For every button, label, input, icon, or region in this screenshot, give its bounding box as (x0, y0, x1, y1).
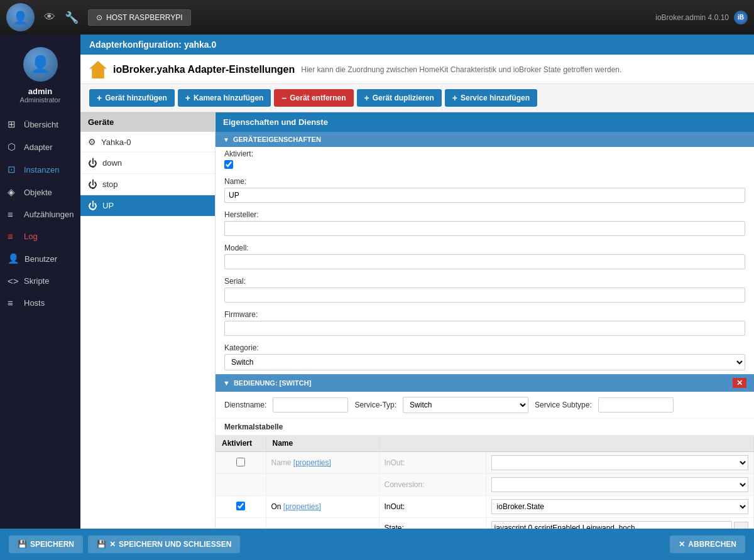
add-device-button[interactable]: + Gerät hinzufügen (89, 89, 175, 107)
settings-icon[interactable]: 🔧 (65, 11, 79, 24)
row2-state-label: State: (379, 518, 486, 529)
devices-panel-title: Geräte (80, 112, 215, 132)
sidebar-item-aufzaehlungen[interactable]: ≡ Aufzählungen (0, 203, 80, 225)
save-button[interactable]: 💾 SPEICHERN (9, 536, 83, 553)
serial-input[interactable] (224, 288, 745, 303)
name-input[interactable] (224, 188, 745, 203)
cancel-button[interactable]: ✕ ABBRECHEN (670, 536, 745, 553)
eye-icon[interactable]: 👁 (44, 11, 55, 24)
col-name: Name (266, 435, 379, 452)
row2-inout-select[interactable]: ioBroker.State (491, 499, 748, 514)
plug-icon: ⬡ (8, 141, 19, 153)
kategorie-field: Kategorie: Switch Lightbulb Fan (216, 340, 754, 374)
sidebar-item-uebersicht[interactable]: ⊞ Übersicht (0, 113, 80, 136)
row1-inout-select[interactable] (491, 455, 748, 470)
script-icon: <> (8, 276, 19, 286)
col-empty (379, 435, 754, 452)
row2-checkbox[interactable] (236, 502, 245, 510)
row2-name-cell: On [properties] (266, 496, 379, 518)
sidebar-item-label: Adapter (24, 143, 53, 152)
devices-panel: Geräte ⚙ Yahka-0 ⏻ down ⏻ stop ⏻ UP (80, 112, 216, 529)
hersteller-input[interactable] (224, 221, 745, 236)
iobroker-logo: iB (734, 11, 748, 24)
adapter-config-title: Adapterkonfiguration: yahka.0 (89, 40, 216, 50)
power-icon: ⏻ (88, 179, 97, 190)
service-close-button[interactable]: ✕ (733, 378, 746, 388)
row1-inout-cell: InOut: (379, 452, 486, 474)
table-row: State: ... (216, 518, 754, 529)
sidebar-item-label: Benutzer (25, 254, 57, 264)
minus-icon: – (281, 93, 287, 103)
sidebar-user: 👤 admin Administrator (0, 41, 80, 113)
device-item-down[interactable]: ⏻ down (80, 153, 215, 174)
device-properties-section: ▼ GERÄTEEIGENSCHAFTEN (216, 132, 754, 147)
remove-device-button[interactable]: – Gerät entfernen (274, 89, 353, 107)
adapter-title-desc: Hier kann die Zuordnung zwischen HomeKit… (301, 65, 621, 74)
sidebar-username: admin (3, 87, 77, 96)
modell-input[interactable] (224, 254, 745, 269)
duplicate-device-label: Gerät duplizieren (373, 94, 434, 102)
row2-aktiviert-cell (216, 496, 266, 518)
hersteller-field: Hersteller: (216, 207, 754, 240)
aktiviert-label: Aktiviert: (224, 149, 745, 158)
firmware-input[interactable] (224, 321, 745, 336)
sidebar-item-instanzen[interactable]: ⊡ Instanzen (0, 158, 80, 181)
sidebar-item-benutzer[interactable]: 👤 Benutzer (0, 247, 80, 270)
device-item-up[interactable]: ⏻ UP (80, 195, 215, 217)
row1-inout-value (486, 452, 753, 474)
row1-conversion-label: Conversion: (379, 474, 486, 496)
device-item-label: UP (102, 201, 114, 210)
row2-properties-link[interactable]: [properties] (283, 502, 321, 511)
row2-state-input[interactable] (491, 521, 732, 529)
modell-label: Modell: (224, 244, 745, 252)
host-button[interactable]: ⊙ HOST RASPBERRYPI (88, 9, 191, 26)
serial-field: Serial: (216, 273, 754, 306)
avatar: 👤 (23, 47, 58, 82)
row2-browse-button[interactable]: ... (734, 522, 748, 529)
row1-name-cell: Name [properties] (266, 452, 379, 474)
sidebar-role: Administrator (3, 96, 77, 104)
row1-conversion-value (486, 474, 753, 496)
row1-conversion-select[interactable] (491, 477, 748, 492)
service-typ-select[interactable]: Switch Lightbulb (403, 397, 528, 413)
topbar-avatar: 👤 (6, 3, 35, 31)
sidebar-item-adapter[interactable]: ⬡ Adapter (0, 136, 80, 158)
service-subtype-input[interactable] (598, 397, 674, 412)
sidebar-item-log[interactable]: ≡ Log (0, 225, 80, 247)
row1-sub-empty1 (216, 474, 266, 496)
sidebar-item-objekte[interactable]: ◈ Objekte (0, 181, 80, 203)
sidebar-item-label: Hosts (24, 298, 45, 308)
device-item-label: down (102, 158, 122, 168)
dienstname-input[interactable] (273, 397, 348, 412)
row1-sub-empty2 (266, 474, 379, 496)
sidebar-item-skripte[interactable]: <> Skripte (0, 270, 80, 292)
aktiviert-field: Aktiviert: (216, 147, 754, 173)
add-service-label: Service hinzufügen (461, 94, 530, 102)
firmware-field: Firmware: (216, 306, 754, 340)
table-row: On [properties] InOut: ioBroker.State (216, 496, 754, 518)
row1-checkbox[interactable] (236, 458, 245, 466)
content-area: Geräte ⚙ Yahka-0 ⏻ down ⏻ stop ⏻ UP (80, 112, 754, 529)
service-typ-label: Service-Typ: (354, 401, 396, 409)
aktiviert-checkbox[interactable] (224, 160, 233, 169)
kategorie-select[interactable]: Switch Lightbulb Fan (224, 354, 745, 370)
device-item-label: Yahka-0 (101, 137, 131, 147)
add-service-button[interactable]: + Service hinzufügen (445, 89, 537, 107)
device-item-yahka0[interactable]: ⚙ Yahka-0 (80, 132, 215, 153)
house-icon (89, 61, 107, 78)
sidebar-item-label: Übersicht (24, 120, 58, 129)
save-close-x: ✕ (109, 540, 116, 549)
add-camera-button[interactable]: + Kamera hinzufügen (178, 89, 271, 107)
adapter-title-text: ioBroker.yahka Adapter-Einstellungen (113, 64, 295, 75)
device-item-label: stop (102, 180, 118, 189)
name-field: Name: (216, 173, 754, 207)
row1-properties-link[interactable]: [properties] (293, 458, 331, 467)
save-close-button[interactable]: 💾 ✕ SPEICHERN UND SCHLIESSEN (88, 536, 240, 553)
col-aktiviert: Aktiviert (216, 435, 266, 452)
sidebar-item-hosts[interactable]: ≡ Hosts (0, 292, 80, 314)
device-item-stop[interactable]: ⏻ stop (80, 174, 215, 195)
section-label: GERÄTEEIGENSCHAFTEN (233, 136, 321, 143)
plus-icon: + (364, 93, 369, 103)
add-device-label: Gerät hinzufügen (105, 94, 167, 102)
duplicate-device-button[interactable]: + Gerät duplizieren (357, 89, 442, 107)
